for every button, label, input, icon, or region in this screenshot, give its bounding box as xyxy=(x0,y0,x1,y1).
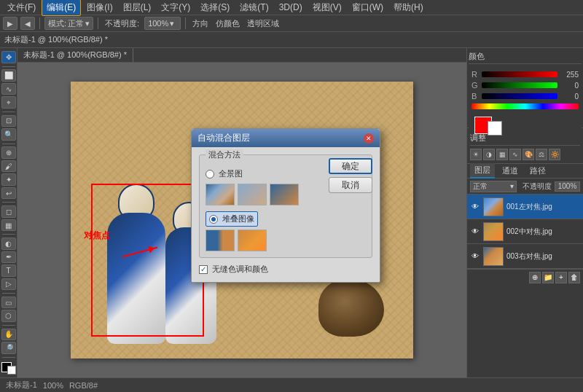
menu-image[interactable]: 图像(I) xyxy=(82,0,117,15)
menu-layer[interactable]: 图层(L) xyxy=(119,0,156,15)
tool-gradient[interactable]: ▦ xyxy=(1,219,16,232)
channels-tab[interactable]: 通道 xyxy=(498,164,523,178)
adj-curves[interactable]: ∿ xyxy=(509,149,521,160)
paths-tab[interactable]: 路径 xyxy=(525,164,550,178)
option-stack-highlighted[interactable]: 堆叠图像 xyxy=(206,211,258,227)
layer-item-2[interactable]: 👁 002中对焦.jpg xyxy=(467,219,583,244)
tool-3d[interactable]: ⬡ xyxy=(1,310,16,322)
opacity-dropdown[interactable]: 100% ▾ xyxy=(144,17,181,30)
tool-sep-4 xyxy=(2,202,15,203)
layer-eye-2[interactable]: 👁 xyxy=(470,227,480,237)
doc-tab-label: 未标题-1 @ 100%(RGB/8#) * xyxy=(4,34,108,45)
blue-slider[interactable] xyxy=(482,93,557,99)
add-group[interactable]: 📁 xyxy=(542,272,554,283)
tool-heal[interactable]: ⊕ xyxy=(1,146,16,159)
adj-photo-filter[interactable]: 🔆 xyxy=(549,149,560,160)
option-stack[interactable]: 堆叠图像 xyxy=(209,213,254,224)
tool-pen[interactable]: ✒ xyxy=(1,251,16,264)
layer-eye-1[interactable]: 👁 xyxy=(470,202,480,212)
layer-item-3[interactable]: 👁 003右对焦.jpg xyxy=(467,244,583,269)
tool-eyedropper[interactable]: 🔍 xyxy=(1,128,16,141)
layers-tab[interactable]: 图层 xyxy=(470,163,495,179)
tool-brush[interactable]: 🖌 xyxy=(1,160,16,173)
menu-help[interactable]: 帮助(H) xyxy=(389,0,428,15)
layers-bottom: ⊕ 📁 + 🗑 xyxy=(467,269,583,285)
menu-select[interactable]: 选择(S) xyxy=(196,0,234,15)
toolbar-mode-dropdown[interactable]: 模式: 正常 ▾ xyxy=(44,17,93,30)
menu-filter[interactable]: 滤镜(T) xyxy=(235,0,273,15)
tool-zoom[interactable]: 🔎 xyxy=(1,342,16,354)
menu-edit[interactable]: 编辑(E) xyxy=(42,0,81,16)
opacity-value[interactable]: 100% xyxy=(555,181,580,192)
green-label: G xyxy=(472,81,479,90)
menu-type[interactable]: 文字(Y) xyxy=(157,0,195,15)
background-color[interactable] xyxy=(7,366,16,375)
tool-sep-7 xyxy=(2,325,15,326)
tool-magic-wand[interactable]: ⌖ xyxy=(1,96,16,109)
spectrum-bar[interactable] xyxy=(472,103,579,109)
adj-levels[interactable]: ▦ xyxy=(496,149,508,160)
tool-hand[interactable]: ✋ xyxy=(1,329,16,341)
adj-hue-sat[interactable]: 🎨 xyxy=(523,149,534,160)
canvas-tab-bar: 未标题-1 @ 100%(RGB/8#) * xyxy=(17,48,466,63)
green-slider[interactable] xyxy=(482,82,557,88)
adj-contrast[interactable]: ◑ xyxy=(483,149,495,160)
canvas-area: 未标题-1 @ 100%(RGB/8#) * 对焦点 xyxy=(17,48,466,377)
status-zoom: 100% xyxy=(43,381,63,390)
tool-rect-select[interactable]: ⬜ xyxy=(1,69,16,82)
tool-stamp[interactable]: ✦ xyxy=(1,173,16,186)
tool-type[interactable]: T xyxy=(1,264,16,277)
tool-sep-3 xyxy=(2,144,15,144)
status-bar: 未标题-1 100% RGB/8# xyxy=(0,377,583,392)
layer-name-1: 001左对焦.jpg xyxy=(506,202,552,212)
add-adjustment-layer[interactable]: ⊕ xyxy=(529,272,541,283)
stack-label: 堆叠图像 xyxy=(222,213,254,224)
tool-lasso[interactable]: ∿ xyxy=(1,83,16,95)
red-label: R xyxy=(472,70,479,79)
menu-view[interactable]: 视图(V) xyxy=(308,0,346,15)
adj-brightness[interactable]: ☀ xyxy=(470,149,482,160)
menu-window[interactable]: 窗口(W) xyxy=(348,0,388,15)
tool-sep-2 xyxy=(2,111,15,112)
tool-shape[interactable]: ▭ xyxy=(1,297,16,309)
adjustments-title: 调整 xyxy=(470,131,580,146)
delete-layer[interactable]: 🗑 xyxy=(568,272,580,283)
canvas-tab[interactable]: 未标题-1 @ 100%(RGB/8#) * xyxy=(17,48,133,63)
red-row: R 255 xyxy=(472,70,579,79)
canvas-inner: 对焦点 自动混合图层 ✕ 混合方法 xyxy=(17,63,466,377)
seamless-checkbox[interactable]: ✓ xyxy=(199,265,208,274)
tool-crop[interactable]: ⊡ xyxy=(1,115,16,128)
radio-stack[interactable] xyxy=(209,215,218,224)
tool-history-brush[interactable]: ↩ xyxy=(1,187,16,200)
adj-color-balance[interactable]: ⚖ xyxy=(536,149,547,160)
tool-path-select[interactable]: ▷ xyxy=(1,278,16,291)
color-picker[interactable] xyxy=(1,362,16,375)
status-color-mode: RGB/8# xyxy=(69,381,98,390)
seamless-checkbox-row[interactable]: ✓ 无缝色调和颜色 xyxy=(199,264,372,275)
menu-file[interactable]: 文件(F) xyxy=(3,0,40,15)
blue-value: 0 xyxy=(560,93,579,101)
toolbar-btn-1[interactable]: ▶ xyxy=(3,17,17,30)
cancel-button[interactable]: 取消 xyxy=(329,177,372,193)
add-layer[interactable]: + xyxy=(555,272,567,283)
panorama-label: 全景图 xyxy=(219,168,243,179)
toolbar-btn-2[interactable]: ◀ xyxy=(20,17,35,30)
option-panorama[interactable]: 全景图 xyxy=(206,168,313,179)
layer-item-1[interactable]: 👁 001左对焦.jpg xyxy=(467,195,583,219)
red-slider[interactable] xyxy=(482,71,557,77)
dialog-title: 自动混合图层 xyxy=(197,132,250,144)
green-row: G 0 xyxy=(472,81,579,90)
blend-mode-dropdown[interactable]: 正常 ▾ xyxy=(470,181,517,192)
seamless-label: 无缝色调和颜色 xyxy=(212,264,268,275)
tool-dodge[interactable]: ◐ xyxy=(1,238,16,250)
toolbar-sep-3 xyxy=(185,17,186,29)
tool-move[interactable]: ✥ xyxy=(1,51,16,63)
layer-eye-3[interactable]: 👁 xyxy=(470,251,480,262)
tool-eraser[interactable]: ◻ xyxy=(1,205,16,218)
green-value: 0 xyxy=(560,82,579,90)
dialog-close-button[interactable]: ✕ xyxy=(364,133,374,144)
radio-panorama[interactable] xyxy=(206,170,214,179)
menu-3d[interactable]: 3D(D) xyxy=(275,1,307,14)
tool-sep-8 xyxy=(2,357,15,358)
ok-button[interactable]: 确定 xyxy=(329,158,372,174)
